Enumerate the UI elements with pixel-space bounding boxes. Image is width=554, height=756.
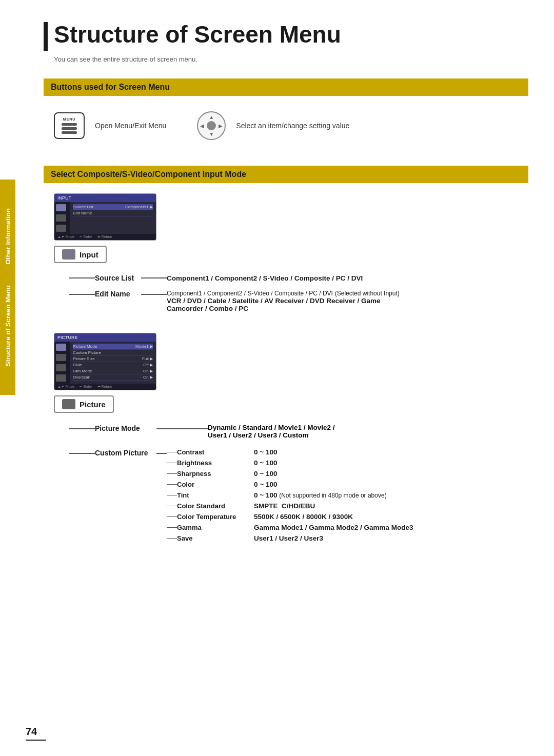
picture-screen-header-bar: PICTURE — [54, 333, 156, 342]
menu-button-desc: Open Menu/Exit Menu — [95, 122, 166, 130]
cs-key-colortemp: Color Temperature — [177, 513, 254, 521]
buttons-row: MENU Open Menu/Exit Menu ▲ ▼ ◀ ▶ — [44, 106, 528, 145]
edit-name-dash — [141, 294, 167, 295]
source-list-values: Component1 / Component2 / S-Video / Comp… — [167, 274, 363, 282]
side-tab-label2: Structure of Screen Menu — [4, 285, 12, 366]
pic-row-4-value: Off ▶ — [143, 363, 153, 367]
cs-line-brightness — [167, 463, 177, 464]
edit-name-values: Component1 / Component2 / S-Video / Comp… — [167, 289, 400, 312]
input-tree: Source List Component1 / Component2 / S-… — [69, 274, 528, 312]
source-list-key: Source List — [95, 274, 141, 282]
pic-row-6-value: On ▶ — [143, 375, 153, 380]
screen-body: Source List Component1 ▶ Edit Name — [54, 202, 156, 234]
cs-line-gamma — [167, 527, 177, 528]
buttons-section: Buttons used for Screen Menu MENU Open M… — [44, 78, 528, 145]
pic-row-3: Picture Size Full ▶ — [73, 356, 153, 362]
edit-name-line3: Camcorder / Combo / PC — [167, 305, 400, 312]
title-row: Structure of Screen Menu — [44, 21, 528, 52]
pic-row-4: DNle Off ▶ — [73, 362, 153, 368]
nav-button-desc: Select an item/change setting value — [236, 122, 349, 130]
custom-sub-contrast: Contrast 0 ~ 100 — [167, 448, 413, 456]
custom-picture-hline — [69, 453, 95, 454]
picture-screen-mockup-wrapper: PICTURE Picture Mode Movie1 ▶ — [54, 333, 528, 390]
custom-sub-tint: Tint 0 ~ 100 (Not supported in 480p mode… — [167, 491, 413, 499]
screen-row-2: Edit Name — [73, 210, 153, 216]
picture-menu-icon — [62, 399, 75, 409]
screen-title: INPUT — [57, 195, 71, 201]
screen-footer: ▲▼ Move ↵ Enter ⬅ Return — [54, 234, 156, 240]
screen-icon-1 — [56, 204, 66, 211]
cs-values-colortemp: 5500K / 6500K / 8000K / 9300K — [254, 513, 353, 521]
cs-key-brightness: Brightness — [177, 459, 254, 467]
menu-bars — [62, 123, 77, 134]
cs-values-tint: 0 ~ 100 (Not supported in 480p mode or a… — [254, 491, 387, 499]
picture-mode-values: Dynamic / Standard / Movie1 / Movie2 / U… — [208, 424, 335, 439]
cs-values-gamma: Gamma Mode1 / Gamma Mode2 / Gamma Mode3 — [254, 524, 413, 531]
picture-menu-item-box: Picture — [54, 395, 114, 413]
cs-key-contrast: Contrast — [177, 448, 254, 456]
picture-icon-2 — [56, 354, 66, 361]
pic-row-4-key: DNle — [73, 363, 82, 367]
pic-row-5: Film Mode On ▶ — [73, 368, 153, 374]
custom-sub-color: Color 0 ~ 100 — [167, 481, 413, 488]
edit-name-row: Edit Name Component1 / Component2 / S-Vi… — [69, 289, 528, 312]
cs-values-contrast: 0 ~ 100 — [254, 448, 277, 456]
page-number-line — [26, 740, 46, 741]
page-title: Structure of Screen Menu — [54, 21, 341, 48]
cs-line-tint — [167, 495, 177, 496]
edit-name-hline — [69, 294, 95, 295]
pic-row-6-key: Overscan — [73, 375, 90, 380]
source-list-row: Source List Component1 / Component2 / S-… — [69, 274, 528, 282]
edit-name-line2: VCR / DVD / Cable / Satellite / AV Recei… — [167, 297, 400, 305]
custom-sub-colorstd: Color Standard SMPTE_C/HD/EBU — [167, 502, 413, 510]
menu-bar-3 — [62, 131, 77, 134]
custom-picture-subitems: Contrast 0 ~ 100 Brightness 0 ~ 100 Shar… — [167, 448, 413, 545]
input-menu-icon — [62, 249, 75, 260]
nav-arrow-up-icon: ▲ — [209, 114, 214, 120]
side-tab-label1: Other Information — [4, 208, 12, 265]
pic-row-5-key: Film Mode — [73, 369, 92, 373]
title-decoration — [44, 22, 48, 51]
picture-screen-mockup: PICTURE Picture Mode Movie1 ▶ — [54, 333, 156, 390]
custom-picture-dash — [156, 453, 167, 454]
page-number: 74 — [26, 726, 46, 741]
cs-values-sharpness: 0 ~ 100 — [254, 470, 277, 478]
picture-mode-long-dash — [156, 428, 208, 429]
screen-footer-return: ⬅ Return — [97, 235, 112, 239]
cs-values-colorstd: SMPTE_C/HD/EBU — [254, 502, 315, 510]
picture-mode-line2: User1 / User2 / User3 / Custom — [208, 431, 335, 439]
menu-button-item: MENU Open Menu/Exit Menu — [54, 112, 166, 139]
custom-sub-colortemp: Color Temperature 5500K / 6500K / 8000K … — [167, 513, 413, 521]
menu-label: MENU — [63, 117, 76, 121]
custom-sub-gamma: Gamma Gamma Mode1 / Gamma Mode2 / Gamma … — [167, 524, 413, 531]
pic-row-1-value: Movie1 ▶ — [135, 344, 153, 349]
edit-name-note: (Selected without Input) — [335, 290, 400, 297]
cs-line-colorstd — [167, 506, 177, 507]
screen-row-1-value: Component1 ▶ — [125, 205, 153, 209]
cs-key-save: Save — [177, 534, 254, 542]
nav-arrow-left-icon: ◀ — [200, 123, 204, 129]
custom-picture-key: Custom Picture — [95, 448, 156, 457]
picture-screen-body: Picture Mode Movie1 ▶ Custom Picture Pic… — [54, 342, 156, 384]
picture-icon-3 — [56, 364, 66, 371]
pic-footer-move: ▲▼ Move — [57, 385, 74, 389]
buttons-section-header: Buttons used for Screen Menu — [44, 78, 528, 96]
picture-mode-line1: Dynamic / Standard / Movie1 / Movie2 / — [208, 424, 335, 431]
screen-header-bar: INPUT — [54, 194, 156, 202]
input-menu-label: Input — [80, 250, 98, 259]
input-screen-mockup-wrapper: INPUT Source List Component1 ▶ — [54, 193, 528, 241]
pic-row-2: Custom Picture — [73, 350, 153, 356]
side-tab: Other Information Structure of Screen Me… — [0, 180, 15, 395]
custom-sub-sharpness: Sharpness 0 ~ 100 — [167, 470, 413, 478]
pic-row-5-value: On ▶ — [143, 369, 153, 373]
pic-row-6: Overscan On ▶ — [73, 374, 153, 381]
edit-name-line1-text: Component1 / Component2 / S-Video / Comp… — [167, 290, 333, 297]
custom-picture-row: Custom Picture Contrast 0 ~ 100 Brightne… — [69, 448, 528, 545]
pic-footer-return: ⬅ Return — [97, 385, 112, 389]
picture-mode-key: Picture Mode — [95, 424, 156, 432]
pic-row-2-key: Custom Picture — [73, 350, 101, 355]
custom-sub-save: Save User1 / User2 / User3 — [167, 534, 413, 542]
menu-bar-2 — [62, 127, 77, 130]
pic-row-3-key: Picture Size — [73, 356, 95, 361]
edit-name-line1: Component1 / Component2 / S-Video / Comp… — [167, 289, 400, 297]
